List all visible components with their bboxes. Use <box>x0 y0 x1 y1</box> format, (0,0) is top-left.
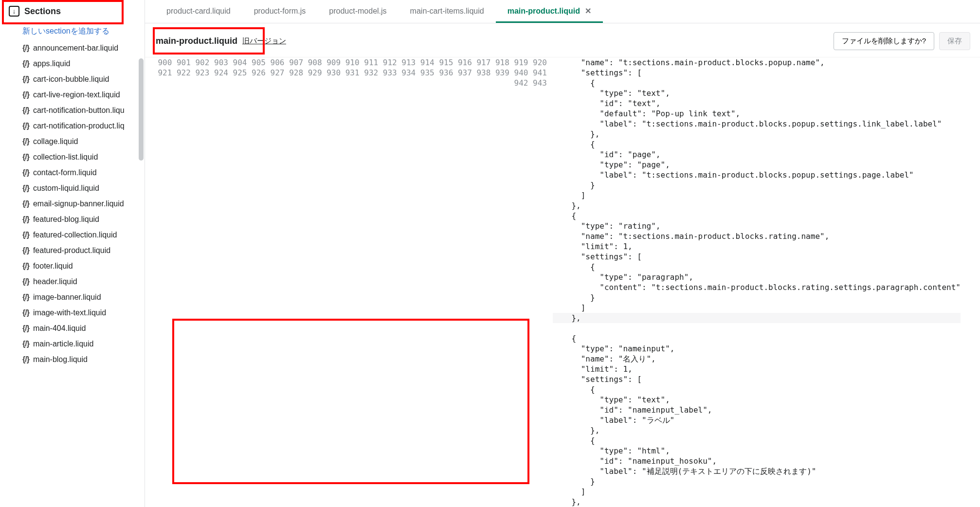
sidebar-file-item[interactable]: {/}main-404.liquid <box>0 321 145 336</box>
sidebar-file-label: featured-blog.liquid <box>33 215 99 224</box>
close-icon[interactable]: ✕ <box>585 7 591 15</box>
sidebar-file-item[interactable]: {/}cart-icon-bubble.liquid <box>0 72 145 87</box>
sidebar-file-label: cart-notification-button.liqu <box>33 106 125 115</box>
liquid-icon: {/} <box>22 59 29 68</box>
liquid-icon: {/} <box>22 184 29 193</box>
file-list: {/}announcement-bar.liquid{/}apps.liquid… <box>0 40 145 367</box>
sidebar-file-item[interactable]: {/}featured-blog.liquid <box>0 212 145 227</box>
liquid-icon: {/} <box>22 246 29 255</box>
old-version-link[interactable]: 旧バージョン <box>242 36 286 46</box>
sidebar-file-item[interactable]: {/}featured-product.liquid <box>0 243 145 258</box>
liquid-icon: {/} <box>22 75 29 84</box>
sidebar-file-label: cart-notification-product.liq <box>33 122 125 130</box>
liquid-icon: {/} <box>22 262 29 271</box>
liquid-icon: {/} <box>22 44 29 53</box>
sidebar-file-item[interactable]: {/}featured-collection.liquid <box>0 227 145 243</box>
sidebar-file-item[interactable]: {/}main-blog.liquid <box>0 352 145 367</box>
sidebar-file-label: custom-liquid.liquid <box>33 184 99 193</box>
liquid-icon: {/} <box>22 355 29 364</box>
sidebar-file-label: cart-icon-bubble.liquid <box>33 75 109 84</box>
sidebar-file-label: email-signup-banner.liquid <box>33 199 124 208</box>
sidebar-file-label: announcement-bar.liquid <box>33 44 118 53</box>
editor-tab[interactable]: main-product.liquid✕ <box>496 0 603 23</box>
sidebar-file-label: main-404.liquid <box>33 324 86 333</box>
sidebar-file-label: main-article.liquid <box>33 340 94 348</box>
file-bar: main-product.liquid 旧バージョン ファイルを削除しますか? … <box>145 23 980 57</box>
sidebar-file-item[interactable]: {/}custom-liquid.liquid <box>0 181 145 196</box>
code-editor[interactable]: 900 901 902 903 904 905 906 907 908 909 … <box>145 57 980 507</box>
liquid-icon: {/} <box>22 277 29 286</box>
liquid-icon: {/} <box>22 168 29 177</box>
liquid-icon: {/} <box>22 231 29 239</box>
sidebar-file-item[interactable]: {/}footer.liquid <box>0 258 145 274</box>
add-section-link[interactable]: 新しいsectionを追加する <box>0 22 145 40</box>
liquid-icon: {/} <box>22 293 29 302</box>
save-button[interactable]: 保存 <box>939 32 970 50</box>
sidebar: ↓ Sections 新しいsectionを追加する {/}announceme… <box>0 0 145 507</box>
liquid-icon: {/} <box>22 215 29 224</box>
sidebar-file-item[interactable]: {/}contact-form.liquid <box>0 165 145 181</box>
sidebar-file-item[interactable]: {/}image-with-text.liquid <box>0 305 145 321</box>
sidebar-file-label: collection-list.liquid <box>33 153 98 162</box>
liquid-icon: {/} <box>22 199 29 208</box>
sidebar-file-label: main-blog.liquid <box>33 355 88 364</box>
sidebar-file-item[interactable]: {/}image-banner.liquid <box>0 290 145 305</box>
sidebar-file-label: image-banner.liquid <box>33 293 101 302</box>
sidebar-file-item[interactable]: {/}cart-notification-button.liqu <box>0 103 145 118</box>
collapse-icon: ↓ <box>9 6 19 17</box>
sidebar-file-item[interactable]: {/}header.liquid <box>0 274 145 290</box>
sidebar-scrollbar-thumb[interactable] <box>139 58 144 161</box>
liquid-icon: {/} <box>22 324 29 333</box>
editor-tabs: product-card.liquidproduct-form.jsproduc… <box>145 0 980 23</box>
editor-tab[interactable]: product-form.js <box>242 0 318 23</box>
current-file-name: main-product.liquid <box>156 36 237 46</box>
sidebar-file-label: collage.liquid <box>33 137 78 146</box>
sections-header-label: Sections <box>24 6 61 17</box>
sections-header[interactable]: ↓ Sections <box>0 0 145 22</box>
delete-file-button[interactable]: ファイルを削除しますか? <box>834 32 934 50</box>
main-area: product-card.liquidproduct-form.jsproduc… <box>145 0 980 507</box>
sidebar-file-item[interactable]: {/}cart-notification-product.liq <box>0 118 145 134</box>
liquid-icon: {/} <box>22 308 29 317</box>
sidebar-file-label: cart-live-region-text.liquid <box>33 91 120 99</box>
editor-tab[interactable]: main-cart-items.liquid <box>399 0 496 23</box>
liquid-icon: {/} <box>22 340 29 348</box>
code-content[interactable]: "name": "t:sections.main-product.blocks.… <box>553 57 980 507</box>
sidebar-file-label: header.liquid <box>33 277 77 286</box>
liquid-icon: {/} <box>22 106 29 115</box>
editor-tab[interactable]: product-card.liquid <box>155 0 242 23</box>
sidebar-file-item[interactable]: {/}apps.liquid <box>0 56 145 72</box>
editor-tab[interactable]: product-model.js <box>317 0 398 23</box>
liquid-icon: {/} <box>22 137 29 146</box>
sidebar-file-label: featured-product.liquid <box>33 246 110 255</box>
sidebar-file-item[interactable]: {/}collage.liquid <box>0 134 145 149</box>
liquid-icon: {/} <box>22 153 29 162</box>
sidebar-file-item[interactable]: {/}cart-live-region-text.liquid <box>0 87 145 103</box>
liquid-icon: {/} <box>22 91 29 99</box>
sidebar-file-item[interactable]: {/}collection-list.liquid <box>0 149 145 165</box>
sidebar-file-item[interactable]: {/}main-article.liquid <box>0 336 145 352</box>
sidebar-file-item[interactable]: {/}announcement-bar.liquid <box>0 40 145 56</box>
sidebar-file-label: image-with-text.liquid <box>33 308 106 317</box>
liquid-icon: {/} <box>22 122 29 130</box>
sidebar-file-label: apps.liquid <box>33 59 71 68</box>
sidebar-file-label: contact-form.liquid <box>33 168 97 177</box>
line-gutter: 900 901 902 903 904 905 906 907 908 909 … <box>145 57 553 507</box>
sidebar-file-label: featured-collection.liquid <box>33 231 117 239</box>
sidebar-file-label: footer.liquid <box>33 262 73 271</box>
sidebar-file-item[interactable]: {/}email-signup-banner.liquid <box>0 196 145 212</box>
